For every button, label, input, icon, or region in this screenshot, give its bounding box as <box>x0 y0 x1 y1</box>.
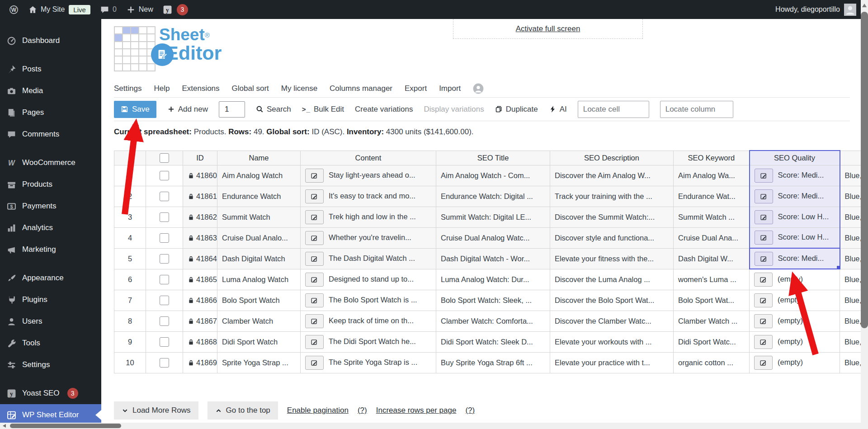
edit-content-button[interactable] <box>305 189 324 203</box>
sidebar-item-plugins[interactable]: Plugins <box>0 289 101 311</box>
id-cell[interactable]: 41864 <box>183 248 217 269</box>
sidebar-item-products[interactable]: Products <box>0 174 101 195</box>
content-cell[interactable]: It's easy to track and mo... <box>301 186 436 207</box>
sidebar-item-yoast-seo[interactable]: Yoast SEO 3 <box>0 382 101 404</box>
row-checkbox[interactable] <box>160 275 169 284</box>
seo-title-cell[interactable]: Luma Analog Watch: Dur... <box>436 269 550 290</box>
column-header-seo-title[interactable]: SEO Title <box>436 151 550 165</box>
name-cell[interactable]: Sprite Yoga Strap ... <box>217 352 301 373</box>
sidebar-item-appearance[interactable]: Appearance <box>0 267 101 289</box>
sidebar-item-comments[interactable]: Comments <box>0 123 101 145</box>
row-checkbox-cell[interactable] <box>146 248 183 269</box>
seo-title-cell[interactable]: Clamber Watch: Comforta... <box>436 311 550 331</box>
content-cell[interactable]: The Bolo Sport Watch is ... <box>301 290 436 311</box>
row-checkbox[interactable] <box>160 358 169 368</box>
search-button[interactable]: Search <box>256 105 291 114</box>
edit-content-button[interactable] <box>305 273 324 287</box>
column-header-seo-description[interactable]: SEO Description <box>550 151 674 165</box>
sidebar-item-woocommerce[interactable]: WooCommerce <box>0 152 101 174</box>
row-number-cell[interactable]: 3 <box>114 207 146 227</box>
seo-description-cell[interactable]: Discover the Aim Analog W... <box>550 165 674 186</box>
sidebar-item-pages[interactable]: Pages <box>0 102 101 123</box>
row-checkbox-cell[interactable] <box>146 165 183 186</box>
sidebar-item-posts[interactable]: Posts <box>0 58 101 80</box>
sidebar-item-analytics[interactable]: Analytics <box>0 217 101 239</box>
comments-indicator[interactable]: 0 <box>97 5 119 14</box>
edit-seo-quality-button[interactable] <box>754 273 773 287</box>
row-number-cell[interactable]: 2 <box>114 186 146 207</box>
attributes-cell[interactable]: Blue, <box>840 269 861 290</box>
sidebar-item-marketing[interactable]: Marketing <box>0 239 101 260</box>
yoast-menu[interactable]: 3 <box>160 4 191 15</box>
row-checkbox-cell[interactable] <box>146 290 183 311</box>
content-cell[interactable]: The Sprite Yoga Strap is ... <box>301 352 436 373</box>
sidebar-item-payments[interactable]: Payments <box>0 195 101 217</box>
load-more-rows-button[interactable]: Load More Rows <box>114 401 198 420</box>
column-header-attributes[interactable] <box>840 151 861 165</box>
seo-quality-cell[interactable]: Score: Medi... <box>750 248 840 269</box>
seo-quality-cell[interactable]: (empty) <box>750 331 840 352</box>
menu-item-help[interactable]: Help <box>154 84 170 93</box>
save-button[interactable]: Save <box>114 101 156 118</box>
content-cell[interactable]: Designed to stand up to... <box>301 269 436 290</box>
row-checkbox[interactable] <box>160 171 169 180</box>
row-number-cell[interactable]: 6 <box>114 269 146 290</box>
wordpress-logo-icon[interactable] <box>6 5 21 14</box>
horizontal-scrollbar[interactable] <box>0 423 861 429</box>
id-cell[interactable]: 41867 <box>183 311 217 331</box>
id-cell[interactable]: 41868 <box>183 331 217 352</box>
locate-cell-input[interactable] <box>578 101 649 118</box>
vertical-scrollbar[interactable] <box>861 0 868 423</box>
row-number-cell[interactable]: 1 <box>114 165 146 186</box>
content-cell[interactable]: Stay light-years ahead o... <box>301 165 436 186</box>
menu-item-columns-manager[interactable]: Columns manager <box>330 84 392 93</box>
horizontal-scrollbar-thumb[interactable] <box>10 424 121 428</box>
account-menu[interactable]: Howdy, diegoportillo <box>775 4 861 16</box>
row-checkbox-cell[interactable] <box>146 331 183 352</box>
seo-quality-cell[interactable]: (empty) <box>750 269 840 290</box>
edit-content-button[interactable] <box>305 169 324 183</box>
edit-seo-quality-button[interactable] <box>754 293 773 307</box>
menu-item-my-license[interactable]: My license <box>281 84 317 93</box>
row-checkbox[interactable] <box>160 254 169 264</box>
activate-fullscreen-link[interactable]: Activate full screen <box>516 24 580 33</box>
seo-keyword-cell[interactable]: organic cotton ... <box>674 352 750 373</box>
seo-keyword-cell[interactable]: Didi Sport Watc... <box>674 331 750 352</box>
seo-quality-cell[interactable]: Score: Low H... <box>750 227 840 248</box>
sidebar-item-media[interactable]: Media <box>0 80 101 102</box>
content-cell[interactable]: Whether you're travelin... <box>301 227 436 248</box>
seo-description-cell[interactable]: Elevate your workouts with ... <box>550 331 674 352</box>
seo-description-cell[interactable]: Discover the Bolo Sport Wat... <box>550 290 674 311</box>
seo-quality-cell[interactable]: (empty) <box>750 311 840 331</box>
seo-keyword-cell[interactable]: Endurance Wat... <box>674 186 750 207</box>
seo-description-cell[interactable]: Discover the Clamber Watc... <box>550 311 674 331</box>
seo-description-cell[interactable]: Discover style and functiona... <box>550 227 674 248</box>
row-number-cell[interactable]: 7 <box>114 290 146 311</box>
sidebar-item-dashboard[interactable]: Dashboard <box>0 30 101 52</box>
seo-description-cell[interactable]: Discover the Summit Watch:... <box>550 207 674 227</box>
edit-content-button[interactable] <box>305 356 324 370</box>
attributes-cell[interactable]: Blue, <box>840 165 861 186</box>
attributes-cell[interactable]: Blue, <box>840 248 861 269</box>
name-cell[interactable]: Dash Digital Watch <box>217 248 301 269</box>
seo-quality-cell[interactable]: Score: Low H... <box>750 207 840 227</box>
sidebar-item-tools[interactable]: Tools <box>0 332 101 354</box>
enable-pagination-link[interactable]: Enable pagination <box>287 406 349 415</box>
row-checkbox[interactable] <box>160 233 169 243</box>
row-checkbox[interactable] <box>160 337 169 347</box>
edit-content-button[interactable] <box>305 231 324 245</box>
row-number-cell[interactable]: 9 <box>114 331 146 352</box>
sidebar-item-users[interactable]: Users <box>0 311 101 332</box>
attributes-cell[interactable]: Blue, <box>840 227 861 248</box>
content-cell[interactable]: The Dash Digital Watch ... <box>301 248 436 269</box>
edit-seo-quality-button[interactable] <box>754 335 773 349</box>
seo-title-cell[interactable]: Didi Sport Watch: Sleek D... <box>436 331 550 352</box>
menu-item-export[interactable]: Export <box>405 84 427 93</box>
edit-content-button[interactable] <box>305 293 324 307</box>
attributes-cell[interactable]: Blue, <box>840 352 861 373</box>
content-cell[interactable]: The Didi Sport Watch he... <box>301 331 436 352</box>
seo-description-cell[interactable]: Discover the Luma Analog ... <box>550 269 674 290</box>
row-checkbox[interactable] <box>160 296 169 305</box>
seo-title-cell[interactable]: Buy Sprite Yoga Strap 6ft ... <box>436 352 550 373</box>
seo-keyword-cell[interactable]: Summit Watch ... <box>674 207 750 227</box>
